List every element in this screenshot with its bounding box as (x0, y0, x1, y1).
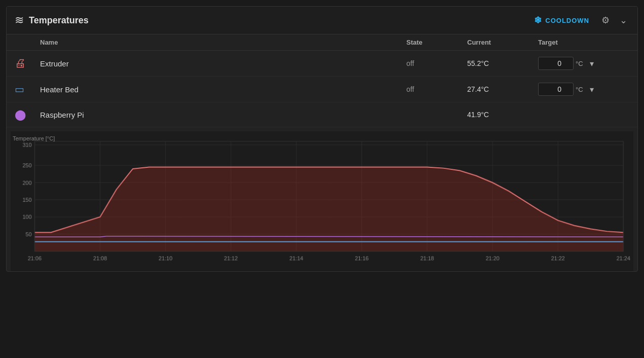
chart-y-label: Temperature [°C] (13, 135, 55, 141)
chart-container: Temperature [°C] (7, 127, 637, 271)
table-header: Name State Current Target (7, 34, 637, 51)
collapse-button[interactable]: ⌄ (618, 14, 629, 27)
heater-bed-dropdown[interactable]: ▾ (588, 84, 596, 95)
snowflake-icon: ❄ (534, 15, 542, 26)
temperatures-panel: ≋ Temperatures ❄ COOLDOWN ⚙ ⌄ Name State… (6, 6, 638, 272)
panel-header: ≋ Temperatures ❄ COOLDOWN ⚙ ⌄ (7, 7, 637, 34)
col-name: Name (40, 39, 406, 46)
col-current: Current (467, 39, 538, 46)
raspberry-pi-name: Raspberry Pi (40, 111, 406, 119)
col-state: State (406, 39, 467, 46)
heater-bed-state: off (406, 85, 467, 93)
chevron-down-icon: ⌄ (620, 15, 627, 25)
extruder-unit: °C (576, 60, 586, 67)
settings-button[interactable]: ⚙ (599, 14, 612, 27)
heater-bed-target-group: °C ▾ (538, 83, 629, 96)
extruder-icon: 🖨 (15, 57, 40, 70)
heater-bed-icon: ▭ (15, 83, 40, 95)
heater-bed-current: 27.4°C (467, 85, 538, 93)
extruder-target-group: °C ▾ (538, 57, 629, 70)
heater-bed-target-input[interactable] (538, 83, 574, 96)
heater-bed-name: Heater Bed (40, 85, 406, 94)
extruder-target-input[interactable] (538, 57, 574, 70)
extruder-name: Extruder (40, 59, 406, 68)
extruder-row: 🖨 Extruder off 55.2°C °C ▾ (7, 51, 637, 77)
raspberry-pi-icon: ⬤ (15, 109, 40, 121)
extruder-current: 55.2°C (467, 59, 538, 67)
panel-title: Temperatures (29, 15, 89, 26)
extruder-dropdown[interactable]: ▾ (588, 58, 596, 69)
thermometer-lines-icon: ≋ (15, 14, 24, 27)
raspberry-pi-row: ⬤ Raspberry Pi 41.9°C (7, 102, 637, 127)
heater-bed-row: ▭ Heater Bed off 27.4°C °C ▾ (7, 77, 637, 102)
title-group: ≋ Temperatures (15, 14, 530, 27)
extruder-state: off (406, 59, 467, 67)
header-actions: ❄ COOLDOWN ⚙ ⌄ (530, 13, 629, 28)
raspberry-pi-current: 41.9°C (467, 111, 538, 119)
gear-icon: ⚙ (601, 15, 610, 25)
temperature-chart (11, 131, 633, 271)
heater-bed-unit: °C (576, 86, 586, 93)
col-target: Target (538, 39, 629, 46)
cooldown-button[interactable]: ❄ COOLDOWN (530, 13, 593, 28)
